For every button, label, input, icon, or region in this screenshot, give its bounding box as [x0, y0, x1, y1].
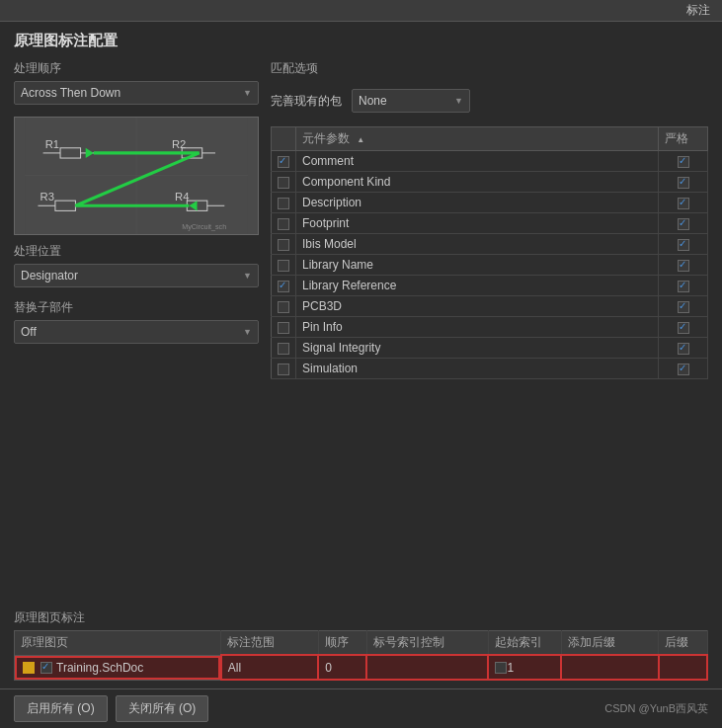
bottom-section: 原理图页标注 原理图页 标注范围 顺序 标号索引控制 起始索引 添加后缀 后缀 … [14, 609, 708, 688]
param-strict-icon[interactable] [678, 301, 689, 313]
main-container: 原理图标注配置 处理顺序 Across Then Down ▼ [0, 22, 722, 688]
param-name: Library Reference [296, 276, 659, 296]
param-strict-icon[interactable] [678, 177, 689, 189]
param-strict-icon[interactable] [678, 218, 689, 230]
col-order-header: 顺序 [318, 631, 366, 656]
sort-icon: ▲ [357, 135, 364, 144]
svg-text:R3: R3 [40, 191, 54, 202]
sheet-suffix [659, 655, 707, 680]
param-strict-cell[interactable] [659, 193, 708, 213]
param-strict-icon[interactable] [678, 239, 689, 251]
col-range-header: 标注范围 [221, 631, 318, 656]
param-name: Description [296, 193, 659, 213]
table-row: Footprint [272, 213, 708, 234]
disable-all-button[interactable]: 关闭所有 (O) [116, 695, 209, 722]
sheet-start-index-checkbox[interactable] [495, 662, 507, 674]
param-checkbox-icon[interactable] [278, 301, 289, 313]
col-name-label: 元件参数 [302, 131, 350, 145]
sheet-start-index-value: 1 [507, 661, 514, 675]
footer-buttons: 启用所有 (O) 关闭所有 (O) [14, 695, 208, 722]
process-position-dropdown[interactable]: Designator ▼ [14, 264, 259, 287]
replace-child-arrow-icon: ▼ [243, 327, 252, 337]
param-checkbox-cell[interactable] [272, 276, 296, 296]
param-checkbox-cell[interactable] [272, 213, 296, 234]
sheet-table-row: Training.SchDocAll01 [15, 655, 708, 680]
complete-existing-dropdown[interactable]: None ▼ [352, 89, 470, 113]
param-strict-cell[interactable] [659, 172, 708, 193]
param-checkbox-icon[interactable] [278, 177, 289, 189]
param-strict-cell[interactable] [659, 276, 708, 296]
enable-all-button[interactable]: 启用所有 (O) [14, 695, 108, 722]
param-checkbox-cell[interactable] [272, 151, 296, 172]
sheet-suffix-add [561, 655, 658, 680]
sheet-index-control [366, 655, 488, 680]
param-checkbox-cell[interactable] [272, 255, 296, 276]
complete-existing-row: 完善现有的包 None ▼ [271, 89, 708, 113]
left-column: 处理顺序 Across Then Down ▼ R1 [14, 60, 259, 678]
sheet-table: 原理图页 标注范围 顺序 标号索引控制 起始索引 添加后缀 后缀 Trainin… [14, 630, 708, 681]
sheet-filename: Training.SchDoc [56, 661, 143, 675]
replace-child-dropdown[interactable]: Off ▼ [14, 320, 259, 344]
param-checkbox-icon[interactable] [278, 343, 289, 355]
col-suffix-add-header: 添加后缀 [561, 631, 658, 656]
param-strict-cell[interactable] [659, 317, 708, 338]
param-strict-cell[interactable] [659, 338, 708, 359]
param-name: Library Name [296, 255, 659, 276]
sheet-enabled-checkbox[interactable] [40, 662, 52, 674]
param-checkbox-icon[interactable] [278, 218, 289, 230]
param-checkbox-cell[interactable] [272, 317, 296, 338]
param-name: PCB3D [296, 296, 659, 317]
param-checkbox-cell[interactable] [272, 359, 296, 379]
complete-existing-label: 完善现有的包 [271, 93, 342, 110]
top-bar: 标注 [0, 0, 722, 22]
param-checkbox-cell[interactable] [272, 172, 296, 193]
param-strict-icon[interactable] [678, 343, 689, 355]
param-checkbox-icon[interactable] [278, 156, 289, 168]
param-checkbox-icon[interactable] [278, 322, 289, 334]
param-strict-icon[interactable] [678, 260, 689, 272]
process-position-section: 处理位置 Designator ▼ [14, 243, 259, 287]
process-position-value: Designator [21, 269, 78, 283]
table-row: Library Name [272, 255, 708, 276]
annotation-label: 原理图页标注 [14, 609, 708, 626]
param-checkbox-cell[interactable] [272, 193, 296, 213]
param-strict-cell[interactable] [659, 296, 708, 317]
param-checkbox-icon[interactable] [278, 281, 289, 292]
sheet-start-index: 1 [488, 655, 561, 680]
param-name: Pin Info [296, 317, 659, 338]
col-strict-header: 严格 [659, 127, 708, 151]
param-checkbox-icon[interactable] [278, 198, 289, 209]
sheet-range: All [221, 655, 318, 680]
process-order-dropdown[interactable]: Across Then Down ▼ [14, 81, 259, 105]
param-checkbox-icon[interactable] [278, 364, 289, 375]
param-strict-cell[interactable] [659, 234, 708, 255]
two-column-layout: 处理顺序 Across Then Down ▼ R1 [14, 60, 708, 678]
param-strict-icon[interactable] [678, 364, 689, 375]
watermark: CSDN @YunB西风英 [604, 701, 708, 716]
param-strict-icon[interactable] [678, 322, 689, 334]
param-checkbox-cell[interactable] [272, 296, 296, 317]
param-checkbox-cell[interactable] [272, 338, 296, 359]
param-checkbox-icon[interactable] [278, 260, 289, 272]
table-row: Ibis Model [272, 234, 708, 255]
table-row: Comment [272, 151, 708, 172]
param-checkbox-cell[interactable] [272, 234, 296, 255]
table-row: Simulation [272, 359, 708, 379]
process-position-label: 处理位置 [14, 243, 259, 260]
col-index-control-header: 标号索引控制 [366, 631, 488, 656]
param-checkbox-icon[interactable] [278, 239, 289, 251]
param-strict-icon[interactable] [678, 156, 689, 168]
replace-child-value: Off [21, 325, 37, 339]
param-strict-cell[interactable] [659, 213, 708, 234]
params-table-container: 元件参数 ▲ 严格 CommentComponent KindDescripti… [271, 126, 708, 678]
param-name: Simulation [296, 359, 659, 379]
table-row: Signal Integrity [272, 338, 708, 359]
top-bar-label: 标注 [686, 2, 710, 19]
param-strict-cell[interactable] [659, 359, 708, 379]
table-row: Description [272, 193, 708, 213]
param-strict-cell[interactable] [659, 255, 708, 276]
param-strict-icon[interactable] [678, 198, 689, 209]
param-strict-icon[interactable] [678, 281, 689, 292]
svg-text:MyCircuit_sch: MyCircuit_sch [182, 223, 226, 231]
param-strict-cell[interactable] [659, 151, 708, 172]
